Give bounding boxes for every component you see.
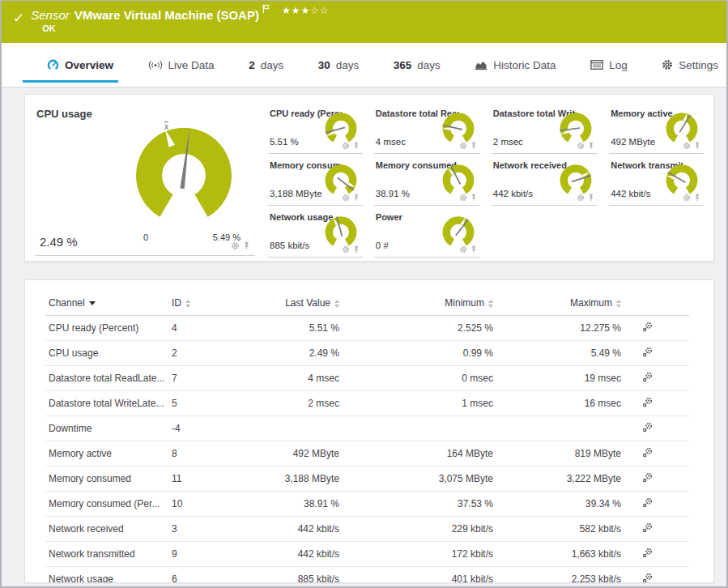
channel-name-cell: Network usage: [45, 567, 168, 584]
tab-settings[interactable]: Settings: [660, 43, 720, 87]
pin-icon[interactable]: [470, 194, 477, 202]
column-header-last-value[interactable]: Last Value: [245, 290, 343, 316]
column-label: Maximum: [570, 297, 612, 309]
tab-live-data[interactable]: Live Data: [147, 43, 216, 87]
gauge-chart: [321, 107, 361, 146]
gauge-settings-gear-icon[interactable]: [577, 194, 585, 202]
column-label: Minimum: [445, 297, 484, 309]
channel-settings-icon[interactable]: [642, 472, 653, 483]
column-header-minimum[interactable]: Minimum: [343, 290, 496, 316]
channel-settings-icon[interactable]: [642, 522, 653, 533]
column-label: Channel: [49, 297, 85, 309]
channel-id-cell: 10: [168, 492, 245, 517]
channel-settings-icon[interactable]: [642, 497, 653, 508]
gauge-tile-value: 5.51 %: [270, 137, 299, 147]
maximum-cell: 5.49 %: [496, 341, 624, 366]
tab-label: Overview: [65, 59, 113, 71]
gauge-settings-gear-icon[interactable]: [459, 245, 467, 254]
gauge-tile: Power 0 #: [374, 207, 480, 258]
pin-icon[interactable]: [588, 142, 594, 150]
tile-actions: [459, 142, 477, 150]
gauge-chart: [321, 159, 361, 198]
pin-icon[interactable]: [353, 245, 360, 254]
column-label: Last Value: [285, 297, 330, 309]
flag-icon[interactable]: [262, 2, 270, 17]
channel-id-cell: 9: [168, 542, 245, 567]
gauge-scale-min: 0: [143, 232, 148, 242]
channel-settings-icon[interactable]: [642, 447, 653, 458]
column-header-channel[interactable]: Channel: [45, 290, 168, 316]
tab-30-days[interactable]: 30days: [317, 43, 361, 87]
gauge-settings-gear-icon[interactable]: [577, 142, 585, 150]
gauge-chart: [438, 107, 479, 146]
gauge-settings-gear-icon[interactable]: [459, 194, 467, 202]
column-header-maximum[interactable]: Maximum: [496, 290, 624, 316]
channel-settings-icon[interactable]: [642, 322, 653, 332]
channel-settings-icon[interactable]: [642, 347, 653, 357]
minimum-cell: 164 MByte: [343, 441, 496, 467]
pin-icon[interactable]: [694, 142, 700, 150]
tab-365-days[interactable]: 365days: [392, 43, 442, 87]
channel-settings-icon[interactable]: [642, 573, 653, 583]
channel-id-cell: -4: [168, 416, 245, 441]
gauge-settings-gear-icon[interactable]: [342, 194, 350, 202]
gauge-settings-gear-icon[interactable]: [342, 245, 350, 254]
sensor-title: VMware Virtual Machine (SOAP): [75, 8, 259, 22]
sensor-status-text: OK: [42, 23, 329, 33]
maximum-cell: 582 kbit/s: [496, 517, 624, 542]
maximum-cell: 39.34 %: [496, 492, 624, 517]
last-value-cell: 442 kbit/s: [245, 542, 343, 567]
table-header-row: ChannelIDLast ValueMinimumMaximum: [45, 290, 689, 316]
pin-icon[interactable]: [243, 241, 250, 250]
channel-table-panel: ChannelIDLast ValueMinimumMaximum CPU re…: [24, 279, 714, 583]
tab-2-days[interactable]: 2days: [247, 43, 285, 87]
maximum-cell: 3,222 MByte: [496, 467, 624, 492]
gauge-settings-gear-icon[interactable]: [231, 241, 240, 250]
gauge-settings-gear-icon[interactable]: [683, 142, 691, 150]
cpu-usage-gauge-chart: [122, 119, 245, 228]
gauge-chart: [438, 211, 479, 249]
last-value-cell: [245, 416, 343, 441]
cpu-usage-gauge-tile: CPU usage x 0 5.49 % 2.49 %: [35, 103, 255, 256]
maximum-cell: 12.275 %: [496, 316, 624, 341]
column-label: ID: [172, 297, 181, 309]
channel-settings-icon[interactable]: [642, 548, 653, 558]
last-value-cell: 4 msec: [245, 366, 343, 391]
gauge-tile: Network received 442 kbit/s: [492, 155, 598, 206]
pin-icon[interactable]: [353, 194, 360, 202]
gauge-tile-value: 442 kbit/s: [493, 189, 533, 198]
gauge-tile-value: 2 msec: [493, 137, 523, 147]
priority-stars[interactable]: ★★★☆☆: [282, 5, 330, 16]
gauge-chart: [438, 159, 479, 198]
channel-settings-icon[interactable]: [642, 372, 653, 382]
pin-icon[interactable]: [470, 142, 477, 150]
maximum-cell: 16 msec: [496, 391, 624, 416]
gauge-settings-gear-icon[interactable]: [342, 142, 350, 150]
gauge-tile-grid: CPU ready (Percent) 5.51 % Datastore tot…: [268, 103, 704, 256]
pin-icon[interactable]: [353, 142, 360, 150]
tile-actions: [342, 245, 360, 254]
overview-content: CPU usage x 0 5.49 % 2.49 %: [2, 87, 726, 586]
sort-toggle-icon: [334, 300, 339, 308]
tile-actions: [342, 142, 360, 150]
minimum-cell: 37.53 %: [343, 492, 496, 517]
pin-icon[interactable]: [694, 194, 700, 202]
row-actions-cell: [624, 517, 689, 542]
gauge-settings-gear-icon[interactable]: [683, 194, 691, 202]
channel-settings-icon[interactable]: [642, 397, 653, 407]
gauge-tile: Datastore total ReadLa... 4 msec: [374, 103, 480, 154]
pin-icon[interactable]: [588, 194, 594, 202]
table-row: Network transmitted 9 442 kbit/s 172 kbi…: [45, 542, 689, 567]
channel-name-cell: Datastore total ReadLate...: [45, 366, 168, 391]
table-row: Memory active 8 492 MByte 164 MByte 819 …: [45, 441, 689, 467]
column-header-id[interactable]: ID: [168, 290, 245, 316]
tab-log[interactable]: Log: [589, 43, 629, 87]
tab-overview[interactable]: Overview: [45, 43, 115, 87]
gauge-settings-gear-icon[interactable]: [459, 142, 467, 150]
gear-icon: [662, 59, 673, 70]
tab-historic-data[interactable]: Historic Data: [473, 43, 557, 87]
last-value-cell: 3,188 MByte: [245, 467, 343, 492]
tab-number: 30: [318, 59, 330, 71]
pin-icon[interactable]: [470, 245, 477, 254]
channel-settings-icon[interactable]: [642, 422, 653, 432]
